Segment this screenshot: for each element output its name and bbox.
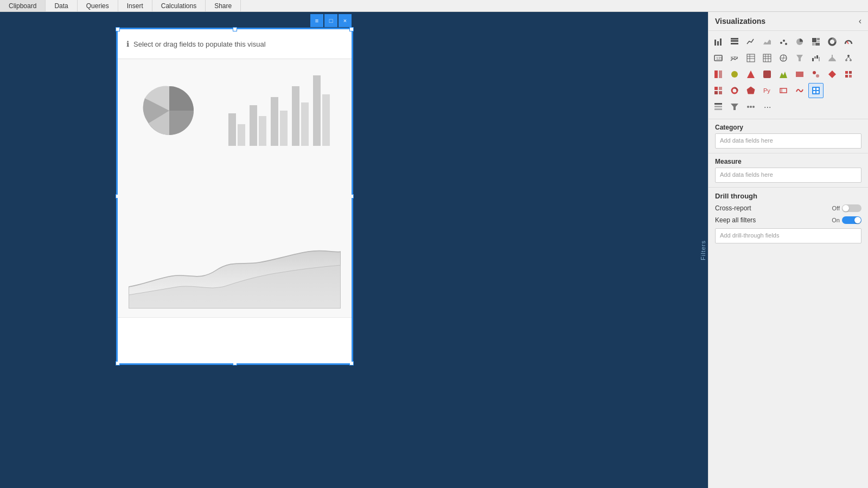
vis-icon-custom-5[interactable]	[776, 67, 791, 82]
menu-insert[interactable]: Insert	[118, 0, 152, 11]
menu-clipboard[interactable]: Clipboard	[0, 0, 46, 11]
visual-footer	[118, 317, 352, 363]
svg-point-44	[731, 71, 738, 78]
svg-marker-71	[731, 104, 738, 110]
vis-icon-area[interactable]	[760, 34, 775, 49]
vis-icon-map[interactable]	[776, 50, 791, 66]
vis-icon-custom-14[interactable]	[776, 83, 791, 98]
svg-rect-46	[763, 70, 771, 78]
svg-rect-47	[796, 72, 803, 77]
visual-content	[118, 59, 352, 319]
vis-icon-donut[interactable]	[825, 34, 840, 49]
more-vis-button[interactable]: ...	[760, 99, 775, 114]
category-section: Category Add data fields here	[709, 119, 868, 153]
resize-handle-top-left[interactable]	[116, 27, 120, 31]
vis-icon-custom-12[interactable]	[743, 83, 758, 98]
keep-filters-track[interactable]	[842, 216, 861, 224]
svg-point-72	[747, 106, 749, 108]
drill-drop-zone[interactable]: Add drill-through fields	[715, 228, 861, 243]
vis-icon-bar[interactable]	[711, 34, 726, 49]
svg-line-39	[848, 57, 851, 59]
svg-rect-25	[763, 54, 771, 62]
category-drop-zone[interactable]: Add data fields here	[715, 133, 861, 149]
vis-icon-grid: 123 KPI	[709, 31, 868, 119]
visual-toolbar-focus[interactable]: □	[324, 14, 337, 27]
visual-header: ℹ Select or drag fields to populate this…	[118, 29, 352, 59]
vis-icon-table[interactable]	[743, 50, 758, 66]
drill-through-section: Drill through Cross-report Off Keep all …	[709, 188, 868, 248]
keep-filters-label: Keep all filters	[715, 216, 756, 224]
vis-icon-column[interactable]	[727, 34, 742, 49]
menu-queries[interactable]: Queries	[78, 0, 118, 11]
vis-icon-pie[interactable]	[792, 34, 807, 49]
vis-icon-custom-2[interactable]	[727, 67, 742, 82]
svg-rect-42	[714, 70, 718, 78]
svg-rect-55	[719, 87, 722, 90]
vis-icon-custom-7[interactable]	[808, 67, 824, 82]
vis-icon-custom-4[interactable]	[760, 67, 775, 82]
measure-drop-zone[interactable]: Add data fields here	[715, 168, 861, 183]
vis-icon-tool-filter[interactable]	[727, 99, 742, 114]
svg-rect-66	[813, 91, 815, 93]
bar-group-5	[313, 75, 330, 146]
menu-calculations[interactable]: Calculations	[152, 0, 206, 11]
bar	[301, 102, 309, 146]
vis-icon-decomp[interactable]	[841, 50, 856, 66]
vis-icon-custom-3[interactable]	[743, 67, 758, 82]
vis-icon-custom-10[interactable]	[711, 83, 726, 98]
right-panel-title: Visualizations	[715, 17, 765, 25]
bar	[280, 111, 288, 146]
visual-toolbar-more[interactable]: ≡	[310, 14, 323, 27]
svg-rect-5	[731, 43, 738, 44]
keep-filters-toggle[interactable]: On	[832, 216, 861, 224]
collapse-panel-button[interactable]: ‹	[859, 16, 861, 26]
vis-icon-tool-more[interactable]	[743, 99, 758, 114]
svg-point-8	[783, 40, 785, 42]
vis-icon-matrix[interactable]	[760, 50, 775, 66]
cross-report-thumb	[843, 205, 849, 211]
vis-icon-custom-11[interactable]	[727, 83, 742, 98]
vis-icon-kpi[interactable]: KPI	[727, 50, 742, 66]
svg-rect-51	[849, 71, 852, 74]
category-label: Category	[715, 124, 861, 131]
svg-rect-50	[845, 71, 848, 74]
vis-icon-line[interactable]	[743, 34, 758, 49]
filters-label: Filters	[700, 240, 706, 260]
vis-icon-custom-1[interactable]	[711, 67, 726, 82]
measure-label: Measure	[715, 158, 861, 165]
visual-toolbar-close[interactable]: ×	[339, 14, 352, 27]
menu-data[interactable]: Data	[46, 0, 77, 11]
vis-icon-tool-grid[interactable]	[711, 99, 726, 114]
area-chart-svg	[129, 233, 341, 309]
svg-point-49	[816, 74, 819, 78]
vis-icon-custom-9[interactable]	[841, 67, 856, 82]
visual-toolbar: ≡ □ ×	[310, 14, 352, 27]
vis-icon-card[interactable]: 123	[711, 50, 726, 66]
cross-report-toggle[interactable]: Off	[832, 204, 861, 212]
vis-icon-waterfall[interactable]	[808, 50, 824, 66]
vis-icon-custom-16[interactable]	[808, 83, 824, 98]
svg-point-48	[813, 71, 816, 74]
vis-icon-custom-13[interactable]: Py	[760, 83, 775, 98]
menu-share[interactable]: Share	[206, 0, 241, 11]
vis-icon-scatter[interactable]	[776, 34, 791, 49]
drill-through-title: Drill through	[715, 192, 861, 200]
bar-group-4	[292, 86, 309, 146]
svg-rect-13	[817, 41, 820, 42]
vis-icon-funnel[interactable]	[792, 50, 807, 66]
vis-icon-gauge[interactable]	[841, 34, 856, 49]
cross-report-track[interactable]	[842, 204, 861, 212]
svg-line-17	[847, 41, 848, 44]
vis-icon-custom-8[interactable]	[825, 67, 840, 82]
filters-panel[interactable]: Filters	[698, 12, 708, 488]
resize-handle-top-right[interactable]	[349, 27, 354, 31]
vis-icon-treemap[interactable]	[808, 34, 824, 49]
pie-chart-placeholder	[139, 81, 199, 140]
vis-icon-ribbon[interactable]	[825, 50, 840, 66]
vis-icon-custom-6[interactable]	[792, 67, 807, 82]
svg-text:Py: Py	[763, 87, 770, 94]
resize-handle-top-mid[interactable]	[233, 27, 237, 31]
vis-icon-custom-15[interactable]	[792, 83, 807, 98]
svg-marker-32	[796, 55, 803, 61]
svg-point-41	[850, 59, 852, 61]
